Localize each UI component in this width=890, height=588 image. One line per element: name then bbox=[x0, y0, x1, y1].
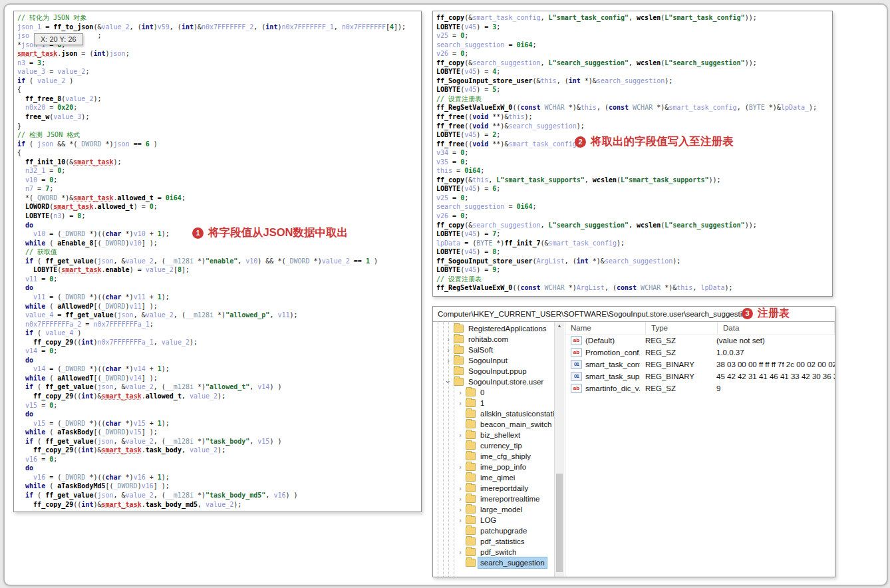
scroll-up-icon[interactable]: ▲ bbox=[555, 323, 564, 328]
folder-icon bbox=[466, 495, 476, 503]
tree-item-patchupgrade[interactable]: patchupgrade bbox=[433, 525, 564, 536]
registry-values-pane: Name Type Data ab(Default)REG_SZ(value n… bbox=[565, 322, 835, 577]
code-line: ff_copy(&smart_task_config, L"smart_task… bbox=[436, 13, 832, 23]
registry-value-row[interactable]: ab(Default)REG_SZ(value not set) bbox=[565, 335, 835, 347]
tree-item-pdf_switch[interactable]: ›pdf_switch bbox=[433, 547, 564, 557]
tree-item-SogouInput.store.user[interactable]: ›SogouInput.store.user bbox=[433, 376, 564, 387]
code-line: v11 = 0; bbox=[17, 275, 421, 284]
folder-icon bbox=[454, 325, 464, 333]
reg-sz-icon: ab bbox=[571, 336, 582, 345]
code-line: // 设置注册表 bbox=[436, 94, 832, 104]
code-line: { bbox=[17, 85, 421, 94]
folder-icon bbox=[466, 463, 476, 471]
tree-item-pdf_statistics[interactable]: pdf_statistics bbox=[433, 536, 564, 547]
code-line: ff_RegSetValueExW_0((const WCHAR *)&this… bbox=[436, 103, 832, 112]
decompiler-panel-left[interactable]: // 转化为 JSON 对象json_1 = ff_to_json(&value… bbox=[13, 11, 422, 512]
code-line: LOBYTE(v45) = 9; bbox=[436, 265, 832, 275]
code-line: v14 = (_DWORD *)((char *)v14 + 1); bbox=[17, 365, 421, 374]
reg-sz-icon: ab bbox=[571, 348, 582, 357]
chevron-collapsed-icon[interactable]: › bbox=[457, 387, 464, 398]
folder-icon bbox=[466, 516, 476, 524]
code-line: } bbox=[17, 122, 421, 131]
code-line: while ( aTaskBody[(_DWORD)v15] ); bbox=[17, 428, 421, 437]
code-line: if ( json && *(_DWORD *)json == 6 ) bbox=[17, 140, 421, 149]
tree-item-LOG[interactable]: ›LOG bbox=[433, 515, 564, 525]
chevron-collapsed-icon[interactable]: › bbox=[457, 483, 464, 494]
code-line: LOBYTE(v45) = 6; bbox=[436, 184, 832, 194]
code-line: // 检测 JSON 格式 bbox=[17, 130, 421, 140]
tree-item-SogouInput.ppup[interactable]: SogouInput.ppup bbox=[433, 366, 564, 376]
annotation-2-badge: 2 bbox=[575, 136, 586, 148]
folder-icon bbox=[466, 442, 476, 450]
code-line: v14 = 0; bbox=[17, 347, 421, 356]
annotation-3-text: 注册表 bbox=[758, 307, 790, 321]
code-line: // 获取值 bbox=[17, 247, 421, 257]
registry-value-row[interactable]: abPromotion_conf...REG_SZ1.0.0.37 bbox=[565, 347, 835, 359]
tree-item-1[interactable]: ›1 bbox=[433, 398, 564, 408]
values-header[interactable]: Name Type Data bbox=[565, 322, 835, 335]
decompiler-panel-right[interactable]: ff_copy(&smart_task_config, L"smart_task… bbox=[432, 11, 833, 297]
registry-body: RegisteredApplications›rohitab.com›SalSo… bbox=[433, 322, 835, 577]
code-line: ff_copy_29((int)&smart_task.task_body, v… bbox=[17, 446, 421, 455]
code-line: v26 = 0; bbox=[436, 49, 832, 59]
tree-item-ime_qimei[interactable]: ime_qimei bbox=[433, 472, 564, 483]
code-line: v25 = 0; bbox=[436, 31, 832, 41]
tree-item-imereportdaily[interactable]: ›imereportdaily bbox=[433, 483, 564, 494]
chevron-collapsed-icon[interactable]: › bbox=[457, 430, 464, 440]
reg-sz-icon: ab bbox=[571, 384, 582, 393]
tree-item-imereportrealtime[interactable]: ›imereportrealtime bbox=[433, 494, 564, 504]
folder-icon bbox=[466, 527, 476, 535]
code-line: LOBYTE(v45) = 3; bbox=[436, 23, 832, 32]
tree-scrollbar[interactable]: ▲ bbox=[554, 322, 564, 577]
chevron-collapsed-icon[interactable]: › bbox=[445, 334, 452, 345]
column-header-data[interactable]: Data bbox=[718, 322, 835, 334]
scrollbar-thumb[interactable] bbox=[556, 474, 563, 572]
tree-item-SalSoft[interactable]: ›SalSoft bbox=[433, 345, 564, 355]
chevron-collapsed-icon[interactable]: › bbox=[457, 547, 464, 557]
column-header-name[interactable]: Name bbox=[565, 322, 646, 334]
tree-item-RegisteredApplications[interactable]: RegisteredApplications bbox=[433, 323, 564, 334]
code-line: do bbox=[17, 464, 421, 473]
chevron-collapsed-icon[interactable]: › bbox=[457, 504, 464, 515]
code-line: v35 = 0; bbox=[436, 158, 832, 167]
tree-item-ime_pop_info[interactable]: ›ime_pop_info bbox=[433, 462, 564, 472]
code-line: LOBYTE(v45) = 5; bbox=[436, 85, 832, 94]
annotation-3: 3 注册表 bbox=[742, 307, 790, 321]
code-line: if ( value_2 ) bbox=[17, 76, 421, 86]
pseudocode-right[interactable]: ff_copy(&smart_task_config, L"smart_task… bbox=[433, 11, 832, 293]
chevron-collapsed-icon[interactable]: › bbox=[445, 355, 452, 366]
registry-value-row[interactable]: 01smart_task_supp...REG_BINARY45 42 42 3… bbox=[565, 370, 835, 382]
tree-item-ime_cfg_shiply[interactable]: ime_cfg_shiply bbox=[433, 451, 564, 462]
annotation-1: 1 将字段值从JSON数据中取出 bbox=[192, 225, 348, 240]
code-line: v25 = 0; bbox=[436, 194, 832, 203]
pseudocode-left[interactable]: // 转化为 JSON 对象json_1 = ff_to_json(&value… bbox=[14, 11, 421, 509]
tree-item-large_model[interactable]: ›large_model bbox=[433, 504, 564, 515]
tree-item-rohitab.com[interactable]: ›rohitab.com bbox=[433, 334, 564, 345]
column-header-type[interactable]: Type bbox=[646, 322, 718, 334]
registry-value-row[interactable]: absmartinfo_dic_v...REG_SZ9 bbox=[565, 382, 835, 394]
chevron-expanded-icon[interactable]: › bbox=[443, 378, 454, 385]
tree-item-SogouInput[interactable]: ›SogouInput bbox=[433, 355, 564, 366]
chevron-collapsed-icon[interactable]: › bbox=[457, 398, 464, 408]
registry-value-row[interactable]: 01smart_task_configREG_BINARY38 03 00 00… bbox=[565, 359, 835, 370]
chevron-collapsed-icon[interactable]: › bbox=[457, 494, 464, 504]
code-line: do bbox=[17, 410, 421, 419]
chevron-collapsed-icon[interactable]: › bbox=[457, 515, 464, 525]
code-line: ff_init_10(&smart_task); bbox=[17, 158, 421, 167]
folder-icon bbox=[454, 357, 464, 365]
code-line: ff_copy_29((int)n0x7FFFFFFFa_1, value_2)… bbox=[17, 338, 421, 347]
tree-item-currency_tip[interactable]: currency_tip bbox=[433, 440, 564, 451]
registry-key-tree[interactable]: RegisteredApplications›rohitab.com›SalSo… bbox=[433, 322, 564, 577]
chevron-collapsed-icon[interactable]: › bbox=[457, 462, 464, 472]
code-line: v16 = (_DWORD *)((char *)v16 + 1); bbox=[17, 473, 421, 482]
tree-item-beacon_main_switch[interactable]: beacon_main_switch bbox=[433, 419, 564, 430]
code-line: if ( ff_get_value(json, &value_2, (__m12… bbox=[17, 382, 421, 392]
tree-item-biz_shellext[interactable]: ›biz_shellext bbox=[433, 430, 564, 440]
folder-icon bbox=[466, 537, 476, 545]
code-line: if ( value_4 ) bbox=[17, 329, 421, 338]
tree-item-allskin_statusiconstatis[interactable]: allskin_statusiconstatis bbox=[433, 408, 564, 419]
chevron-collapsed-icon[interactable]: › bbox=[445, 345, 452, 355]
tree-item-0[interactable]: ›0 bbox=[433, 387, 564, 398]
tree-item-search_suggestion[interactable]: search_suggestion bbox=[433, 557, 564, 568]
folder-icon bbox=[454, 346, 464, 354]
